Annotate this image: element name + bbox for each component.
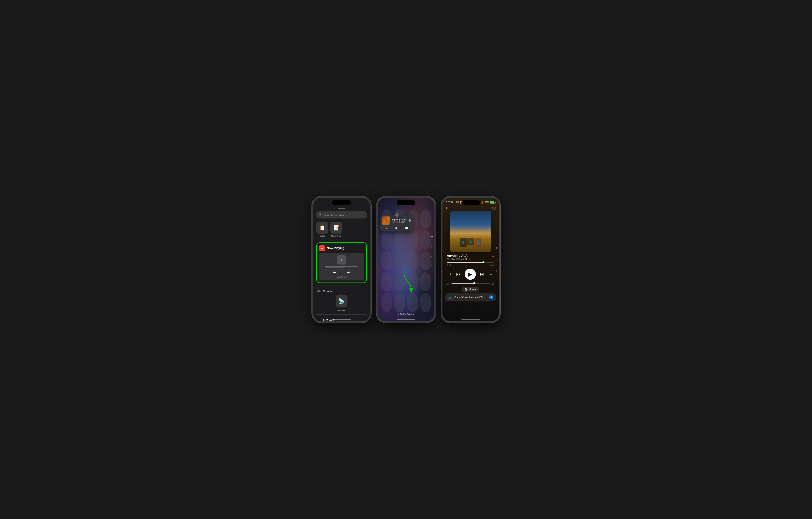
- mini-album-art: 🎵: [382, 216, 390, 225]
- add-control-label: + Add a Control: [398, 313, 414, 316]
- airplay-device: 📡 iPhone: [442, 287, 499, 292]
- mini-prev-btn[interactable]: ⏮: [385, 226, 388, 229]
- battery-percent: 96%: [485, 201, 489, 203]
- cc-cell-12[interactable]: [420, 251, 431, 270]
- add-control-button[interactable]: + Add a Control: [398, 313, 414, 316]
- remote-header: 🎮 Remote: [316, 289, 367, 294]
- p3-heart-icon[interactable]: ♥: [496, 246, 498, 250]
- phone-2: ♥ ⌂ ♪ ○ − 🎵 Anything At All by, Stills &…: [376, 196, 436, 323]
- status-dot-3: [449, 201, 450, 202]
- airplay-btn[interactable]: 📡 iPhone: [462, 287, 479, 292]
- np-next-btn[interactable]: ⏭: [347, 270, 350, 274]
- play-btn[interactable]: ▶: [465, 269, 476, 280]
- next-btn[interactable]: ⏭: [480, 272, 484, 277]
- notes-icon: 📋: [319, 225, 325, 231]
- mini-player-header: 🎵 Anything At All by, Stills & Nash 📡: [382, 216, 412, 225]
- notes-label: Notes: [319, 235, 325, 237]
- remote-section: 🎮 Remote 📡 Remote: [316, 289, 367, 311]
- mini-minus-btn[interactable]: −: [395, 213, 399, 217]
- control-other-text: Control Other Speakers & TVs: [455, 296, 485, 299]
- power-btn[interactable]: ⏻: [492, 206, 496, 210]
- mini-play-btn[interactable]: ▶: [396, 226, 398, 229]
- cc-cell-10[interactable]: [394, 251, 405, 270]
- notes-grid: 📋 Notes 📝 Quick Note: [316, 222, 367, 237]
- cc-cell-19[interactable]: [407, 293, 418, 312]
- quick-note-item[interactable]: 📝 Quick Note: [330, 222, 342, 237]
- remote-header-icon: 🎮: [316, 289, 321, 294]
- cc-cell-11[interactable]: [407, 251, 418, 270]
- cc-home-icon[interactable]: ⌂: [431, 244, 433, 248]
- cc-cell-9[interactable]: [381, 251, 393, 270]
- cc-circle-icon[interactable]: ○: [431, 264, 433, 267]
- remote-section-title: Remote: [323, 290, 333, 293]
- cc-heart-icon[interactable]: ♥: [431, 235, 433, 239]
- vol-track[interactable]: [452, 283, 490, 284]
- mini-next-btn[interactable]: ⏭: [405, 226, 408, 229]
- quick-note-icon: 📝: [334, 225, 339, 231]
- quick-note-label: Quick Note: [331, 235, 341, 237]
- np-prev-btn[interactable]: ⏮: [333, 270, 337, 274]
- album-art: 👤 👤 👤: [450, 211, 491, 252]
- control-other-badge: 3: [489, 295, 493, 299]
- np-line-2: [325, 268, 345, 268]
- np-music-icon: ♪: [337, 255, 346, 265]
- vol-thumb: [473, 282, 475, 284]
- mini-track-title: Anything At All: [392, 218, 407, 221]
- np-lines: [325, 266, 357, 269]
- search-icon: 🔍: [319, 213, 322, 217]
- np-artist-name: Crosby, Stills & Nash: [447, 257, 492, 261]
- now-playing-icon: ▶: [319, 245, 325, 251]
- drag-handle: [338, 208, 345, 209]
- notes-item[interactable]: 📋 Notes: [316, 222, 328, 237]
- cc-cell-20[interactable]: [420, 293, 431, 312]
- p3-home-icon[interactable]: ⌂: [496, 257, 498, 262]
- np-controls: ⏮ ⏸ ⏭: [333, 270, 350, 274]
- shortcuts-header-icon: ⬡: [316, 317, 321, 321]
- now-playing-info: Anything At All Crosby, Stills & Nash ♥: [442, 252, 499, 262]
- cc-cell-17[interactable]: [381, 293, 393, 312]
- cc-music-icon[interactable]: ♪: [431, 254, 433, 258]
- prev-btn[interactable]: ⏮: [456, 272, 461, 277]
- dynamic-island-1: [332, 200, 351, 205]
- mini-airplay-icon[interactable]: 📡: [408, 219, 412, 222]
- dynamic-island-2: [397, 200, 415, 205]
- control-other-bar[interactable]: 📺 Control Other Speakers & TVs 3: [445, 293, 496, 301]
- phone2-content: ♥ ⌂ ♪ ○ − 🎵 Anything At All by, Stills &…: [378, 198, 434, 321]
- divider-1: [316, 240, 367, 240]
- volume-bar-wrap: 🔈 🔊: [442, 281, 499, 286]
- star-btn[interactable]: ★: [449, 272, 452, 276]
- np-track-info: Anything At All Crosby, Stills & Nash: [447, 254, 492, 261]
- cc-cell-16[interactable]: [420, 272, 431, 292]
- search-bar[interactable]: 🔍 Search Controls: [316, 212, 367, 218]
- plus-btn[interactable]: +: [445, 206, 448, 210]
- cc-right-icons: ♥ ⌂ ♪ ○: [431, 235, 433, 267]
- np-widget[interactable]: ♪ ⏮ ⏸ ⏭ Now Playing: [319, 253, 364, 280]
- np-heart-btn[interactable]: ♥: [492, 254, 494, 258]
- playback-controls: ★ ⏮ ▶ ⏭ •••: [442, 267, 499, 281]
- cc-cell-13[interactable]: [381, 272, 393, 292]
- album-container: CSN 👤 👤 👤: [450, 211, 491, 252]
- phone3-right-icons: ♥ ⌂ ♪: [496, 246, 498, 273]
- cc-cell-8[interactable]: [420, 230, 431, 250]
- progress-track[interactable]: [447, 262, 494, 263]
- cc-cell-4[interactable]: [420, 210, 431, 229]
- progress-fill: [447, 262, 484, 263]
- more-btn[interactable]: •••: [489, 272, 492, 276]
- progress-thumb: [483, 262, 484, 263]
- location-icon: 🔒: [481, 201, 484, 203]
- remaining-time: -0:43: [490, 264, 494, 266]
- control-other-left: 📺 Control Other Speakers & TVs: [448, 295, 485, 300]
- vol-fill: [452, 283, 474, 284]
- cc-cell-5[interactable]: [381, 230, 393, 250]
- green-arrow: [400, 270, 415, 293]
- remote-item[interactable]: 📡 Remote: [316, 295, 367, 311]
- now-playing-header: ▶ Now Playing: [319, 245, 364, 251]
- cc-cell-6[interactable]: [394, 230, 405, 250]
- np-pause-btn[interactable]: ⏸: [340, 270, 343, 274]
- cc-cell-7[interactable]: [407, 230, 418, 250]
- cc-cell-18[interactable]: [394, 293, 405, 312]
- mini-player[interactable]: − 🎵 Anything At All by, Stills & Nash 📡 …: [380, 215, 413, 231]
- p3-music-icon[interactable]: ♪: [496, 269, 498, 273]
- progress-bar-wrap: [442, 262, 499, 264]
- notes-icon-box: 📋: [316, 222, 328, 234]
